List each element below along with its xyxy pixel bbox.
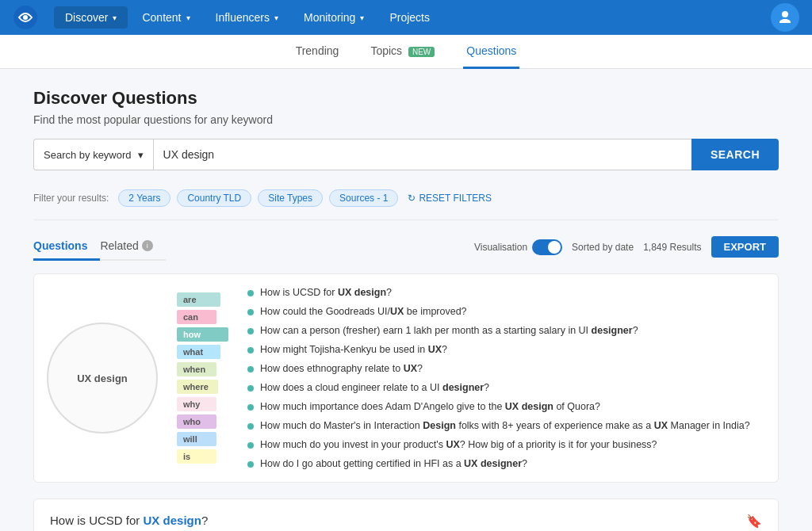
- toggle-switch[interactable]: [532, 239, 562, 255]
- viz-bar-why: why: [177, 397, 228, 411]
- dot-icon: [247, 309, 254, 315]
- viz-bar-what: what: [177, 345, 228, 359]
- tab-questions[interactable]: Questions: [33, 233, 100, 261]
- chevron-down-icon: ▾: [113, 13, 117, 22]
- nav-monitoring[interactable]: Monitoring ▾: [293, 6, 375, 29]
- questions-header: Questions Related i Visualisation Sorted…: [33, 233, 779, 261]
- viz-question-4: How might Tojisha-Kenkyu be used in UX?: [247, 344, 765, 355]
- sorted-label: Sorted by date: [572, 242, 634, 253]
- dot-icon: [247, 404, 254, 411]
- viz-bar-are: are: [177, 292, 228, 307]
- export-button[interactable]: EXPORT: [711, 236, 779, 258]
- visualization-container: UX design are can how what when where wh…: [33, 273, 779, 483]
- viz-question-9: How much do you invest in your product's…: [247, 439, 765, 450]
- viz-bar-will: will: [177, 432, 228, 446]
- viz-question-8: How much do Master's in Interaction Desi…: [247, 420, 765, 431]
- viz-bar-is: is: [177, 449, 228, 464]
- bookmark-icon-1[interactable]: 🔖: [746, 514, 762, 529]
- bar-when: when: [177, 362, 216, 376]
- viz-question-2: How could the Goodreads UI/UX be improve…: [247, 306, 765, 317]
- chevron-down-icon: ▾: [186, 13, 190, 22]
- svg-point-1: [23, 15, 28, 20]
- new-badge: NEW: [408, 47, 435, 57]
- dot-icon: [247, 366, 254, 372]
- viz-center-circle: UX design: [47, 323, 158, 434]
- search-button[interactable]: SEARCH: [691, 139, 779, 170]
- bar-where: where: [177, 380, 218, 394]
- filter-sources[interactable]: Sources - 1: [329, 189, 398, 207]
- filter-site-types[interactable]: Site Types: [258, 189, 323, 207]
- result-card-1: How is UCSD for UX design? Jul 28, 2019 …: [33, 499, 779, 531]
- filter-2years[interactable]: 2 Years: [118, 189, 170, 207]
- results-count: 1,849 Results: [643, 242, 701, 253]
- bar-is: is: [177, 449, 216, 464]
- reset-filters-button[interactable]: ↻ RESET FILTERS: [408, 193, 492, 204]
- filter-row: Filter your results: 2 Years Country TLD…: [33, 189, 779, 220]
- nav-influencers[interactable]: Influencers ▾: [205, 6, 289, 29]
- sub-navigation: Trending Topics NEW Questions: [0, 35, 812, 69]
- subnav-topics[interactable]: Topics NEW: [367, 35, 438, 69]
- page-subtitle: Find the most popular questions for any …: [33, 113, 779, 126]
- dot-icon: [247, 461, 254, 468]
- viz-question-6: How does a cloud engineer relate to a UI…: [247, 382, 765, 393]
- subnav-questions[interactable]: Questions: [463, 35, 519, 69]
- viz-question-7: How much importance does Adam D'Angelo g…: [247, 401, 765, 412]
- visualisation-label: Visualisation: [474, 242, 527, 253]
- dot-icon: [247, 290, 254, 296]
- filter-label: Filter your results:: [33, 193, 109, 204]
- result-content-1: How is UCSD for UX design? Jul 28, 2019 …: [50, 512, 208, 531]
- viz-question-1: How is UCSD for UX design?: [247, 287, 765, 298]
- search-type-dropdown[interactable]: Search by keyword ▾: [33, 139, 153, 170]
- result-title-1: How is UCSD for UX design?: [50, 512, 208, 529]
- bar-who: who: [177, 414, 216, 429]
- top-navigation: Discover ▾ Content ▾ Influencers ▾ Monit…: [0, 0, 812, 35]
- bar-are: are: [177, 292, 220, 307]
- viz-bar-where: where: [177, 380, 228, 394]
- subnav-trending[interactable]: Trending: [293, 35, 343, 69]
- nav-projects[interactable]: Projects: [378, 6, 441, 29]
- viz-bar-how: how: [177, 327, 228, 342]
- bar-what: what: [177, 345, 220, 359]
- nav-items: Discover ▾ Content ▾ Influencers ▾ Monit…: [54, 6, 771, 29]
- chevron-down-icon: ▾: [274, 13, 278, 22]
- toggle-knob: [548, 241, 561, 254]
- viz-question-10: How do I go about getting certified in H…: [247, 458, 765, 469]
- viz-question-3: How can a person (fresher) earn 1 lakh p…: [247, 325, 765, 336]
- tab-related[interactable]: Related i: [100, 233, 165, 261]
- dot-icon: [247, 347, 254, 353]
- nav-right: [771, 3, 799, 32]
- dot-icon: [247, 328, 254, 334]
- bar-will: will: [177, 432, 216, 446]
- visualisation-toggle: Visualisation: [474, 239, 562, 255]
- viz-bar-when: when: [177, 362, 228, 376]
- bar-why: why: [177, 397, 216, 411]
- controls-right: Visualisation Sorted by date 1,849 Resul…: [474, 236, 779, 258]
- info-icon[interactable]: i: [142, 240, 153, 251]
- viz-bar-who: who: [177, 414, 228, 429]
- bar-can: can: [177, 310, 216, 324]
- refresh-icon: ↻: [408, 193, 416, 204]
- search-bar: Search by keyword ▾ SEARCH: [33, 139, 779, 170]
- nav-content[interactable]: Content ▾: [131, 6, 201, 29]
- main-content: Discover Questions Find the most popular…: [17, 69, 795, 531]
- dot-icon: [247, 385, 254, 392]
- search-input[interactable]: [153, 139, 691, 170]
- filter-country-tld[interactable]: Country TLD: [177, 189, 251, 207]
- results-list: How is UCSD for UX design? Jul 28, 2019 …: [33, 499, 779, 531]
- viz-bar-can: can: [177, 310, 228, 324]
- chevron-down-icon: ▾: [138, 149, 144, 161]
- bar-how: how: [177, 327, 228, 342]
- dot-icon: [247, 442, 254, 449]
- user-avatar[interactable]: [771, 3, 799, 32]
- dot-icon: [247, 423, 254, 430]
- page-title: Discover Questions: [33, 88, 779, 109]
- brand-logo[interactable]: [13, 5, 38, 30]
- nav-discover[interactable]: Discover ▾: [54, 6, 128, 29]
- chevron-down-icon: ▾: [360, 13, 364, 22]
- tab-group: Questions Related i: [33, 233, 166, 261]
- viz-bars: are can how what when where why who: [177, 292, 228, 464]
- viz-questions: How is UCSD for UX design? How could the…: [247, 287, 765, 469]
- viz-question-5: How does ethnography relate to UX?: [247, 363, 765, 374]
